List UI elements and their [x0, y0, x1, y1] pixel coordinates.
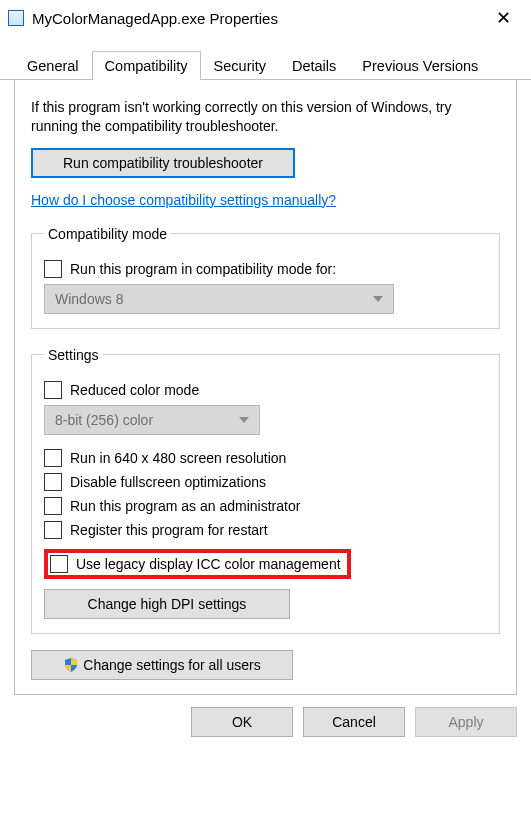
change-dpi-button[interactable]: Change high DPI settings: [44, 589, 290, 619]
color-mode-selected: 8-bit (256) color: [55, 412, 153, 428]
run-admin-checkbox[interactable]: [44, 497, 62, 515]
compat-mode-label: Run this program in compatibility mode f…: [70, 261, 336, 277]
cancel-label: Cancel: [332, 714, 376, 730]
change-all-users-button[interactable]: Change settings for all users: [31, 650, 293, 680]
settings-group: Settings Reduced color mode 8-bit (256) …: [31, 347, 500, 634]
run-admin-label: Run this program as an administrator: [70, 498, 300, 514]
disable-fullscreen-checkbox[interactable]: [44, 473, 62, 491]
compat-mode-select[interactable]: Windows 8: [44, 284, 394, 314]
apply-label: Apply: [448, 714, 483, 730]
reduced-color-checkbox[interactable]: [44, 381, 62, 399]
color-mode-select[interactable]: 8-bit (256) color: [44, 405, 260, 435]
run-troubleshooter-label: Run compatibility troubleshooter: [63, 155, 263, 171]
change-dpi-label: Change high DPI settings: [88, 596, 247, 612]
compatibility-mode-legend: Compatibility mode: [44, 226, 171, 242]
tab-panel-compatibility: If this program isn't working correctly …: [14, 80, 517, 695]
run-640-checkbox[interactable]: [44, 449, 62, 467]
ok-label: OK: [232, 714, 252, 730]
intro-text: If this program isn't working correctly …: [31, 98, 500, 136]
cancel-button[interactable]: Cancel: [303, 707, 405, 737]
ok-button[interactable]: OK: [191, 707, 293, 737]
chevron-down-icon: [373, 296, 383, 302]
close-icon[interactable]: ✕: [488, 7, 519, 29]
app-icon: [8, 10, 24, 26]
run-troubleshooter-button[interactable]: Run compatibility troubleshooter: [31, 148, 295, 178]
compatibility-mode-group: Compatibility mode Run this program in c…: [31, 226, 500, 329]
apply-button[interactable]: Apply: [415, 707, 517, 737]
tabstrip: General Compatibility Security Details P…: [0, 50, 531, 80]
compat-mode-checkbox[interactable]: [44, 260, 62, 278]
dialog-footer: OK Cancel Apply: [0, 695, 531, 749]
compat-mode-selected: Windows 8: [55, 291, 123, 307]
change-all-users-label: Change settings for all users: [83, 657, 260, 673]
legacy-icc-highlight: Use legacy display ICC color management: [44, 549, 351, 579]
manual-settings-link[interactable]: How do I choose compatibility settings m…: [31, 192, 336, 208]
legacy-icc-checkbox[interactable]: [50, 555, 68, 573]
disable-fullscreen-label: Disable fullscreen optimizations: [70, 474, 266, 490]
tab-compatibility[interactable]: Compatibility: [92, 51, 201, 80]
tab-details[interactable]: Details: [279, 51, 349, 80]
reduced-color-label: Reduced color mode: [70, 382, 199, 398]
chevron-down-icon: [239, 417, 249, 423]
window-title: MyColorManagedApp.exe Properties: [32, 10, 488, 27]
register-restart-checkbox[interactable]: [44, 521, 62, 539]
register-restart-label: Register this program for restart: [70, 522, 268, 538]
run-640-label: Run in 640 x 480 screen resolution: [70, 450, 286, 466]
settings-legend: Settings: [44, 347, 103, 363]
tab-previous-versions[interactable]: Previous Versions: [349, 51, 491, 80]
tab-security[interactable]: Security: [201, 51, 279, 80]
legacy-icc-label: Use legacy display ICC color management: [76, 556, 341, 572]
shield-icon: [63, 657, 79, 673]
tab-general[interactable]: General: [14, 51, 92, 80]
titlebar: MyColorManagedApp.exe Properties ✕: [0, 0, 531, 36]
